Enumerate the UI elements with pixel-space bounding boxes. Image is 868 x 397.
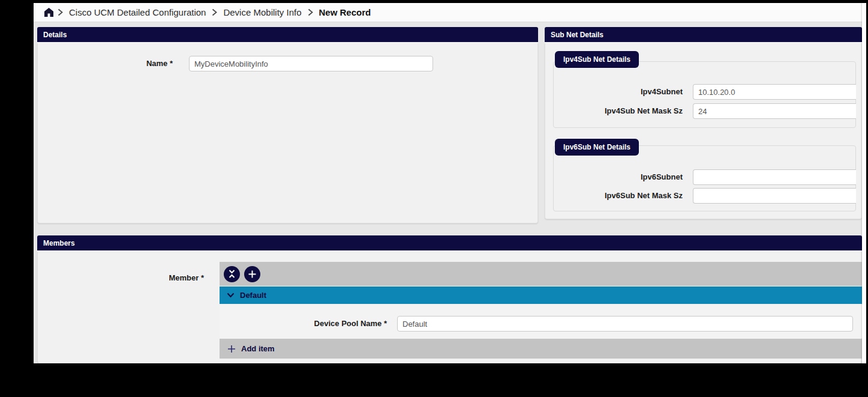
ipv6-mask-label: Ipv6Sub Net Mask Sz — [545, 191, 683, 200]
ipv4subnet-input[interactable] — [693, 84, 856, 100]
ipv4-subnet-group-title: Ipv4Sub Net Details — [555, 51, 639, 68]
chevron-right-icon — [212, 8, 217, 16]
home-breadcrumb-button[interactable] — [43, 7, 55, 18]
app-window: Cisco UCM Detailed Configuration Device … — [34, 3, 866, 363]
ipv6-mask-input[interactable] — [693, 188, 856, 204]
collapse-all-button[interactable] — [224, 266, 240, 282]
subnet-panel-title: Sub Net Details — [551, 31, 603, 39]
home-icon — [43, 7, 55, 18]
subnet-panel-header: Sub Net Details — [545, 27, 862, 43]
add-item-label: Add item — [241, 344, 275, 353]
member-group-title: Default — [240, 291, 266, 300]
ipv4subnet-label: Ipv4Subnet — [545, 87, 683, 96]
breadcrumb-item-new-record: New Record — [319, 7, 371, 17]
device-pool-name-input[interactable] — [397, 316, 853, 332]
ipv6-subnet-group-title: Ipv6Sub Net Details — [555, 139, 639, 156]
plus-icon — [248, 270, 257, 279]
ipv4-mask-label: Ipv4Sub Net Mask Sz — [545, 106, 683, 115]
chevron-down-icon — [227, 292, 235, 298]
member-field-label: Member * — [37, 273, 204, 282]
add-member-button[interactable] — [244, 266, 260, 282]
plus-icon — [227, 345, 236, 353]
member-list-table: Default Device Pool Name * Add item — [220, 262, 862, 359]
name-field-label: Name * — [37, 59, 173, 68]
member-group-body: Device Pool Name * — [220, 305, 862, 338]
chevron-right-icon — [308, 8, 313, 16]
window-right-edge — [862, 3, 866, 363]
subnet-details-panel: Sub Net Details Ipv4Sub Net Details Ipv4… — [545, 27, 862, 219]
ipv6subnet-label: Ipv6Subnet — [545, 172, 683, 181]
breadcrumb: Cisco UCM Detailed Configuration Device … — [34, 3, 866, 22]
members-panel: Members Member * — [37, 235, 862, 363]
ipv4-mask-input[interactable] — [693, 103, 856, 119]
details-panel-title: Details — [43, 31, 67, 39]
breadcrumb-item-device-mobility-info[interactable]: Device Mobility Info — [223, 7, 301, 17]
name-input[interactable] — [189, 56, 433, 71]
breadcrumb-item-cisco-ucm[interactable]: Cisco UCM Detailed Configuration — [69, 7, 206, 17]
add-item-row[interactable]: Add item — [220, 339, 862, 359]
collapse-all-icon — [228, 269, 236, 279]
chevron-right-icon — [58, 8, 63, 16]
members-panel-header: Members — [37, 235, 862, 252]
member-group-row-default[interactable]: Default — [220, 286, 862, 304]
details-panel-header: Details — [37, 27, 538, 43]
details-panel: Details Name * — [37, 27, 538, 223]
members-panel-title: Members — [43, 239, 75, 247]
device-pool-name-label: Device Pool Name * — [220, 319, 387, 328]
ipv6subnet-input[interactable] — [693, 169, 856, 185]
member-list-toolbar — [220, 262, 862, 286]
